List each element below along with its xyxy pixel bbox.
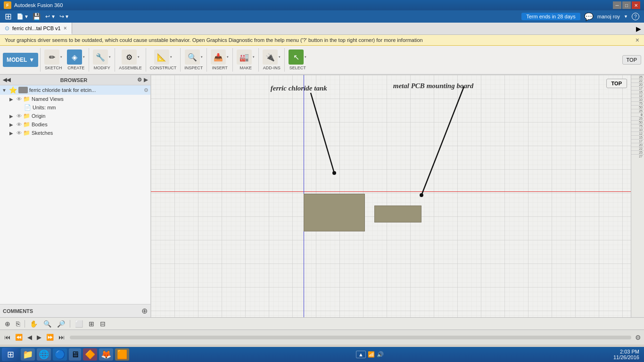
toolbar-select[interactable]: ↖ ▾ SELECT xyxy=(287,49,308,71)
toolbar-make[interactable]: 🏭 ▾ MAKE xyxy=(235,49,256,71)
annotation-tank: ferric chloride tank xyxy=(271,84,327,92)
term-bar: ⊞ 📄 ▾ 💾 ↩ ▾ ↪ ▾ Term ends in 28 days 💬 m… xyxy=(0,10,644,23)
comments-add-btn[interactable]: ⊕ xyxy=(141,306,148,315)
display-mode-2[interactable]: ⊞ xyxy=(87,320,96,328)
user-name[interactable]: manoj roy xyxy=(597,14,620,19)
ruler-mark-22a: 22 xyxy=(631,79,644,82)
origin-eye[interactable]: 👁 xyxy=(17,113,22,119)
sketch-arrow: ▾ xyxy=(60,55,62,59)
taskbar-ie[interactable]: 🌐 xyxy=(37,348,51,361)
active-tab[interactable]: ⊙ ferric chl...tal PCB v1 × xyxy=(0,23,72,34)
title-bar: F Autodesk Fusion 360 ─ □ ✕ xyxy=(0,0,644,10)
display-mode-3[interactable]: ⊟ xyxy=(98,320,107,328)
look-at-btn[interactable]: ⎘ xyxy=(14,320,22,328)
user-dropdown-arrow: ▼ xyxy=(624,14,628,19)
taskbar-fusion[interactable]: 🟧 xyxy=(115,348,129,361)
help-btn[interactable]: ? xyxy=(632,13,639,20)
create-label: CREATE xyxy=(67,66,84,70)
zoom-btn[interactable]: 🔍 xyxy=(41,320,53,328)
taskbar-time[interactable]: 2:03 PM 11/26/2016 xyxy=(611,349,642,360)
tree-item-units[interactable]: 📄 Units: mm xyxy=(0,103,150,112)
toolbar-modify[interactable]: 🔧 ▾ MODIFY xyxy=(91,49,113,71)
tab-close-btn[interactable]: × xyxy=(64,25,67,32)
ruler-mark-25c: 25 xyxy=(631,116,644,120)
timeline-prev-btn[interactable]: ⏪ xyxy=(14,333,24,342)
bodies-eye[interactable]: 👁 xyxy=(17,122,22,127)
maximize-button[interactable]: □ xyxy=(622,1,631,9)
start-button[interactable]: ⊞ xyxy=(2,348,19,361)
save-btn[interactable]: 💾 xyxy=(33,13,41,20)
sys-volume-icon[interactable]: 🔊 xyxy=(377,351,384,358)
timeline-play-back-btn[interactable]: ◀ xyxy=(26,333,33,342)
bodies-expand: ▶ xyxy=(9,122,15,127)
sketches-eye[interactable]: 👁 xyxy=(17,130,22,136)
taskbar-firefox[interactable]: 🦊 xyxy=(99,348,113,361)
orbit-btn[interactable]: ⊕ xyxy=(3,320,12,328)
toolbar-inspect[interactable]: 🔍 ▾ INSPECT xyxy=(182,49,205,71)
minimize-button[interactable]: ─ xyxy=(613,1,621,9)
tree-root[interactable]: ▼ ⭐ ferric chloride tank for etcin... ⚙ xyxy=(0,85,150,95)
redo-btn[interactable]: ↪ ▾ xyxy=(59,13,68,20)
browser-expand-btn[interactable]: ▶ xyxy=(144,77,148,83)
taskbar-explorer[interactable]: 📁 xyxy=(21,348,35,361)
ruler-mark-15b: 15 xyxy=(631,135,644,139)
select-label: SELECT xyxy=(289,66,306,70)
ruler-mark-25b: 25 xyxy=(631,109,644,113)
toolbar-divider-4 xyxy=(180,48,181,72)
browser-title: BROWSER xyxy=(60,77,87,83)
timeline-next-btn[interactable]: ⏩ xyxy=(45,333,55,342)
taskbar-app3[interactable]: 🖥 xyxy=(69,348,81,361)
close-button[interactable]: ✕ xyxy=(632,1,640,9)
timeline-track[interactable] xyxy=(70,336,631,339)
top-view-button[interactable]: TOP xyxy=(606,79,627,88)
tab-scroll-right[interactable]: ▶ xyxy=(633,23,644,34)
pan-btn[interactable]: ✋ xyxy=(28,320,40,328)
display-mode-1[interactable]: ⬜ xyxy=(73,320,85,328)
toolbar-insert[interactable]: 📥 ▾ INSERT xyxy=(209,49,231,71)
browser-collapse-icon[interactable]: ◀◀ xyxy=(3,77,10,83)
comments-label: COMMENTS xyxy=(3,308,33,314)
timeline-end-btn[interactable]: ⏭ xyxy=(57,333,66,342)
root-expand-arrow: ▼ xyxy=(2,88,8,93)
assemble-icon: ⚙ xyxy=(122,49,137,65)
toolbar-assemble[interactable]: ⚙ ▾ ASSEMBLE xyxy=(117,49,144,71)
ruler-mark-50a: 50 xyxy=(631,105,644,109)
toolbar-sketch[interactable]: ✏ ▾ SKETCH xyxy=(42,49,64,71)
model-label: MODEL xyxy=(7,57,27,63)
units-doc-icon: 📄 xyxy=(24,104,31,111)
undo-btn[interactable]: ↩ ▾ xyxy=(45,13,54,20)
named-views-eye[interactable]: 👁 xyxy=(17,96,22,102)
toolbar-construct[interactable]: 📐 ▾ CONSTRUCT xyxy=(148,49,179,71)
chat-btn[interactable]: 💬 xyxy=(584,12,594,21)
ruler-mark-25a: 25 xyxy=(631,75,644,79)
red-axis-line xyxy=(151,191,631,192)
ruler-mark-17a: 17 xyxy=(631,86,644,90)
taskbar-flash[interactable]: 🔶 xyxy=(83,348,97,361)
file-menu[interactable]: 📄 ▾ xyxy=(17,13,28,20)
modify-label: MODIFY xyxy=(94,66,110,70)
shape-pcb-board xyxy=(374,206,421,222)
tree-item-named-views[interactable]: ▶ 👁 📁 Named Views xyxy=(0,95,150,103)
ruler-mark-17b: 17 xyxy=(631,139,644,143)
timeline-play-btn[interactable]: ▶ xyxy=(35,333,43,342)
fit-btn[interactable]: 🔎 xyxy=(55,320,67,328)
timeline-settings-btn[interactable]: ⚙ xyxy=(635,334,641,341)
browser-settings-btn[interactable]: ⚙ xyxy=(137,77,142,83)
notification-close-btn[interactable]: × xyxy=(636,36,639,44)
tree-item-sketches[interactable]: ▶ 👁 📁 Sketches xyxy=(0,129,150,137)
top-view-btn-toolbar[interactable]: TOP xyxy=(622,55,641,65)
ruler-mark-12b: 12 xyxy=(631,132,644,135)
sys-hidden-icons[interactable]: ▲ xyxy=(356,351,366,358)
ruler-mark-0: 0 xyxy=(631,113,644,116)
ruler-mark-25d: 25 xyxy=(631,150,644,154)
tree-item-bodies[interactable]: ▶ 👁 📁 Bodies xyxy=(0,120,150,129)
toolbar-divider-6 xyxy=(232,48,233,72)
toolbar-addins[interactable]: 🔌 ▾ ADD-INS xyxy=(261,49,282,71)
model-dropdown[interactable]: MODEL ▼ xyxy=(3,53,38,67)
root-settings-icon[interactable]: ⚙ xyxy=(144,87,149,93)
tree-item-origin[interactable]: ▶ 👁 📁 Origin xyxy=(0,112,150,120)
toolbar-create[interactable]: ◈ ▾ CREATE xyxy=(65,49,87,71)
taskbar-browser2[interactable]: 🔵 xyxy=(53,348,67,361)
timeline-rewind-btn[interactable]: ⏮ xyxy=(3,333,12,342)
grid-icon[interactable]: ⊞ xyxy=(5,11,12,22)
